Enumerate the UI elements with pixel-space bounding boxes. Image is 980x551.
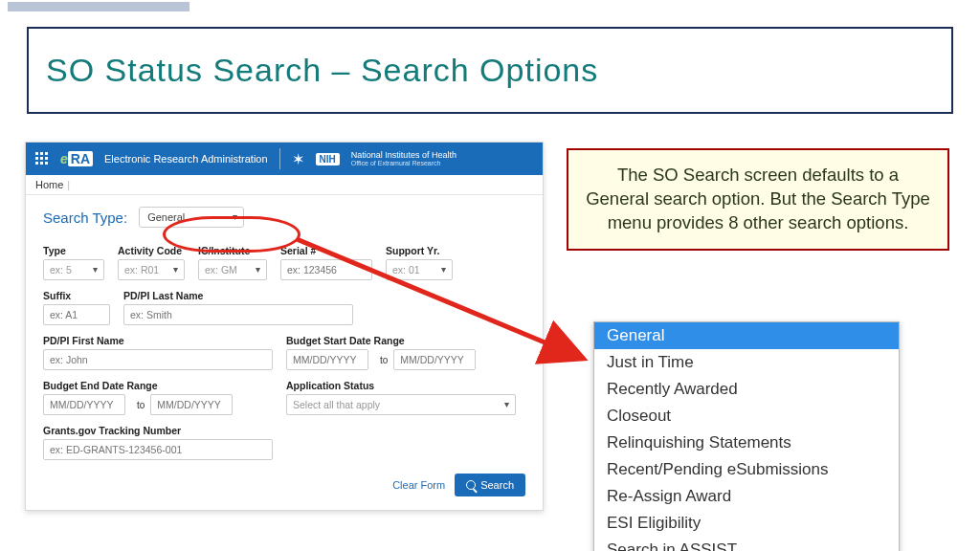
dropdown-item[interactable]: Search in ASSIST (594, 537, 899, 551)
tracking-input[interactable] (43, 439, 273, 460)
app-status-label: Application Status (286, 380, 516, 391)
type-label: Type (43, 245, 104, 256)
dropdown-item[interactable]: Re-Assign Award (594, 483, 899, 510)
dropdown-item[interactable]: Closeout (594, 403, 899, 430)
app-status-select[interactable]: Select all that apply (286, 394, 516, 415)
serial-input[interactable] (280, 259, 372, 280)
brand-text: Electronic Research Administration (104, 153, 268, 165)
hhs-icon: ✶ (292, 150, 304, 168)
search-type-label: Search Type: (43, 209, 127, 226)
app-header: eRA Electronic Research Administration ✶… (26, 143, 543, 175)
era-logo: eRA (60, 151, 93, 166)
serial-label: Serial # (280, 245, 372, 256)
activity-code-label: Activity Code (118, 245, 185, 256)
dropdown-item[interactable]: Just in Time (594, 349, 899, 376)
suffix-input[interactable] (43, 304, 110, 325)
search-button[interactable]: Search (455, 474, 525, 496)
dropdown-item[interactable]: Relinquishing Statements (594, 430, 899, 456)
app-window: eRA Electronic Research Administration ✶… (25, 142, 544, 511)
highlight-ring (163, 216, 301, 253)
support-yr-input[interactable]: ex: 01 (386, 259, 453, 280)
to-label: to (380, 355, 388, 365)
last-name-input[interactable] (123, 304, 353, 325)
dropdown-item[interactable]: General (594, 322, 899, 349)
first-name-input[interactable] (43, 349, 273, 370)
nih-badge: NIH (316, 153, 340, 165)
separator (279, 148, 280, 169)
ic-input[interactable]: ex: GM (198, 259, 267, 280)
budget-start-label: Budget Start Date Range (286, 335, 516, 346)
budget-start-from[interactable] (286, 349, 368, 370)
clear-form-link[interactable]: Clear Form (392, 479, 445, 491)
nih-text: National Institutes of Health Office of … (351, 151, 457, 166)
budget-end-from[interactable] (43, 394, 125, 415)
first-name-label: PD/PI First Name (43, 335, 273, 346)
last-name-label: PD/PI Last Name (123, 290, 353, 301)
dropdown-item[interactable]: Recently Awarded (594, 376, 899, 403)
home-link[interactable]: Home (35, 179, 63, 190)
to-label: to (137, 400, 145, 410)
breadcrumb: Home| (26, 175, 543, 195)
dropdown-item[interactable]: Recent/Pending eSubmissions (594, 456, 899, 483)
budget-end-label: Budget End Date Range (43, 380, 273, 391)
apps-grid-icon[interactable] (35, 152, 49, 165)
support-yr-label: Support Yr. (386, 245, 453, 256)
activity-code-input[interactable]: ex: R01 (118, 259, 185, 280)
budget-start-to[interactable] (393, 349, 476, 370)
suffix-label: Suffix (43, 290, 110, 301)
callout-box: The SO Search screen defaults to a Gener… (567, 148, 949, 251)
tracking-label: Grants.gov Tracking Number (43, 425, 273, 436)
search-icon (466, 480, 476, 490)
budget-end-to[interactable] (150, 394, 233, 415)
type-input[interactable]: ex: 5 (43, 259, 104, 280)
page-title: SO Status Search – Search Options (46, 52, 934, 89)
dropdown-item[interactable]: ESI Eligibility (594, 510, 899, 537)
decorative-bar (8, 2, 189, 11)
title-frame: SO Status Search – Search Options (27, 27, 953, 114)
search-type-dropdown: GeneralJust in TimeRecently AwardedClose… (593, 321, 900, 551)
